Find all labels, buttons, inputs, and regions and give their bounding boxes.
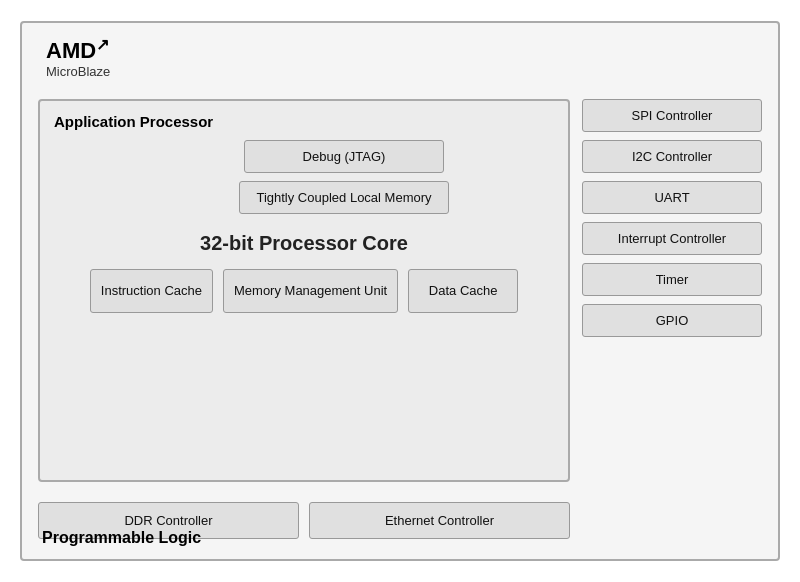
right-section: SPI Controller I2C Controller UART Inter… <box>582 99 762 539</box>
data-cache-button: Data Cache <box>408 269 518 313</box>
interrupt-controller-button: Interrupt Controller <box>582 222 762 255</box>
left-section: Application Processor Debug (JTAG) Tight… <box>38 99 570 539</box>
top-buttons-row: Debug (JTAG) Tightly Coupled Local Memor… <box>134 140 554 214</box>
cache-row: Instruction Cache Memory Management Unit… <box>54 269 554 313</box>
timer-button: Timer <box>582 263 762 296</box>
main-layout: Application Processor Debug (JTAG) Tight… <box>38 99 762 539</box>
outer-container: AMD↗ MicroBlaze Application Processor De… <box>20 21 780 561</box>
spi-controller-button: SPI Controller <box>582 99 762 132</box>
gpio-button: GPIO <box>582 304 762 337</box>
amd-brand-text: AMD↗ <box>46 37 109 62</box>
processor-core-label: 32-bit Processor Core <box>54 232 554 255</box>
app-processor-box: Application Processor Debug (JTAG) Tight… <box>38 99 570 482</box>
instruction-cache-button: Instruction Cache <box>90 269 213 313</box>
app-processor-label: Application Processor <box>54 113 554 130</box>
tightly-coupled-memory-button: Tightly Coupled Local Memory <box>239 181 448 214</box>
programmable-logic-label: Programmable Logic <box>42 529 201 547</box>
i2c-controller-button: I2C Controller <box>582 140 762 173</box>
debug-jtag-button: Debug (JTAG) <box>244 140 444 173</box>
uart-button: UART <box>582 181 762 214</box>
amd-logo: AMD↗ MicroBlaze <box>46 37 110 79</box>
ethernet-controller-button: Ethernet Controller <box>309 502 570 539</box>
mmu-button: Memory Management Unit <box>223 269 398 313</box>
microblaze-product-text: MicroBlaze <box>46 64 110 79</box>
